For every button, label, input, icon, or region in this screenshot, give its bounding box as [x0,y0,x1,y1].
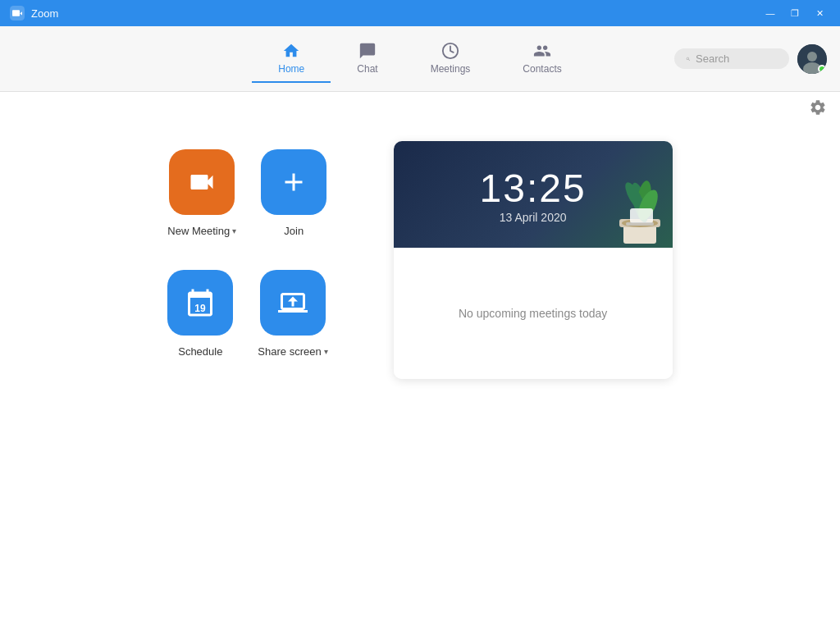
tab-home-label: Home [278,63,304,75]
chat-icon [358,42,377,60]
tab-contacts[interactable]: Contacts [496,35,587,83]
avatar[interactable] [797,44,827,74]
share-screen-chevron: ▾ [324,347,328,356]
gear-icon [809,98,827,116]
schedule-item[interactable]: 19 Schedule [167,270,233,358]
search-icon [686,53,691,65]
calendar-header: 13:25 13 April 2020 [394,141,673,248]
app-title: Zoom [31,7,58,20]
svg-text:19: 19 [195,303,207,314]
plus-icon [279,167,308,197]
contacts-icon [533,42,551,60]
tab-contacts-label: Contacts [523,63,561,75]
navbar: Home Chat Meetings Contacts [0,26,840,92]
titlebar: Zoom — ❐ ✕ [0,0,840,26]
video-camera-icon [187,167,217,197]
clock-date: 13 April 2020 [480,211,587,224]
new-meeting-chevron: ▾ [232,226,236,235]
nav-tabs: Home Chat Meetings Contacts [252,35,587,83]
calendar-time: 13:25 13 April 2020 [480,166,587,224]
join-item[interactable]: Join [261,149,326,237]
tab-meetings-label: Meetings [431,63,471,75]
clock-time: 13:25 [480,166,587,211]
new-meeting-button[interactable] [169,149,235,215]
actions-row-1: New Meeting ▾ Join [167,149,327,237]
join-label: Join [284,225,304,237]
schedule-label: Schedule [178,345,222,358]
schedule-button[interactable]: 19 [167,270,233,336]
actions-row-2: 19 Schedule Sh [167,270,327,358]
plant-decoration-icon [599,158,673,248]
search-box[interactable] [674,48,789,69]
svg-point-3 [807,52,817,62]
calendar-card: 13:25 13 April 2020 [394,141,673,379]
meetings-icon [441,42,459,60]
no-meetings-text: No upcoming meetings today [459,307,607,320]
tab-home[interactable]: Home [252,35,331,83]
minimize-button[interactable]: — [760,5,781,21]
close-button[interactable]: ✕ [809,5,830,21]
calendar-body: No upcoming meetings today [394,248,673,379]
new-meeting-item[interactable]: New Meeting ▾ [167,149,236,237]
calendar-icon: 19 [185,288,215,317]
share-screen-icon [278,288,308,317]
join-button[interactable] [261,149,326,215]
settings-button[interactable] [809,98,827,121]
titlebar-left: Zoom [10,6,58,21]
share-screen-label: Share screen ▾ [258,345,327,358]
restore-button[interactable]: ❐ [784,5,806,21]
tab-chat[interactable]: Chat [331,35,404,83]
online-status-dot [818,65,826,73]
navbar-right [674,44,827,74]
home-icon [282,42,300,60]
action-buttons: New Meeting ▾ Join [167,141,327,358]
zoom-logo-icon [10,6,25,21]
tab-meetings[interactable]: Meetings [404,35,497,83]
search-input[interactable] [696,52,778,65]
svg-rect-14 [626,222,654,226]
new-meeting-label: New Meeting ▾ [167,225,236,237]
content-area: New Meeting ▾ Join [0,92,840,630]
share-screen-button[interactable] [260,270,326,336]
share-screen-item[interactable]: Share screen ▾ [258,270,327,358]
main-content: New Meeting ▾ Join [0,92,840,630]
tab-chat-label: Chat [357,63,377,75]
titlebar-controls: — ❐ ✕ [760,5,830,21]
svg-rect-13 [630,208,653,223]
